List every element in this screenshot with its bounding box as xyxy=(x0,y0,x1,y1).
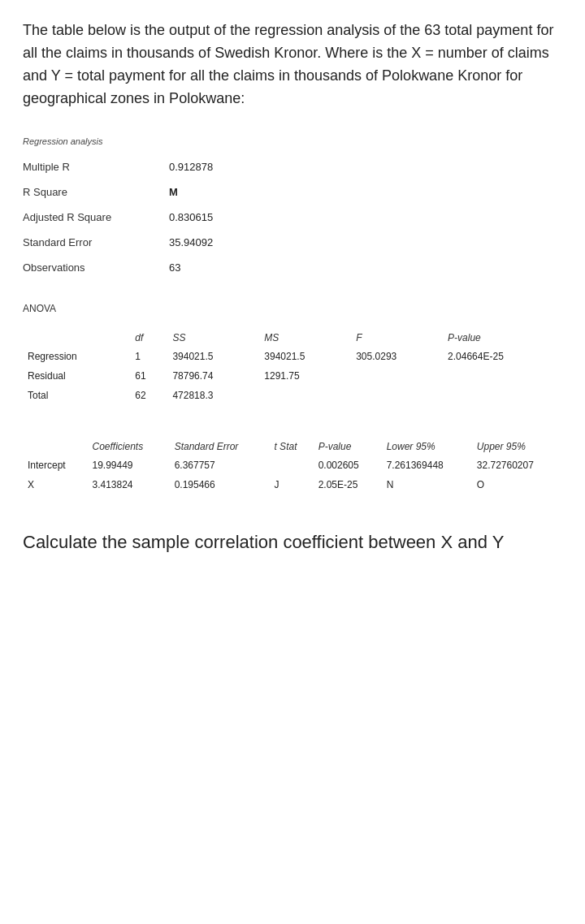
anova-col-pvalue: P-value xyxy=(443,329,562,347)
coeff-cell-intercept-lower95: 7.261369448 xyxy=(382,456,472,475)
coeff-cell-x-upper95: O xyxy=(472,475,562,494)
anova-table: df SS MS F P-value Regression 1 394021.5… xyxy=(23,329,562,405)
coeff-cell-x-tstat: J xyxy=(269,475,313,494)
coeff-col-tstat: t Stat xyxy=(269,438,313,456)
anova-cell-residual-f xyxy=(351,366,443,386)
stat-label-observations: Observations xyxy=(23,261,169,274)
stat-row-r-square: R Square M xyxy=(23,186,562,198)
anova-col-label xyxy=(23,329,130,347)
anova-cell-regression-f: 305.0293 xyxy=(351,347,443,366)
anova-cell-total-ms xyxy=(259,386,351,405)
stat-value-adj-r-square: 0.830615 xyxy=(169,211,213,223)
anova-cell-total-pvalue xyxy=(443,386,562,405)
anova-cell-residual-pvalue xyxy=(443,366,562,386)
stat-label-adj-r-square: Adjusted R Square xyxy=(23,211,169,223)
anova-cell-total-df: 62 xyxy=(130,386,167,405)
stat-label-multiple-r: Multiple R xyxy=(23,161,169,173)
anova-cell-residual-label: Residual xyxy=(23,366,130,386)
stat-row-multiple-r: Multiple R 0.912878 xyxy=(23,161,562,173)
anova-cell-total-f xyxy=(351,386,443,405)
stat-row-adj-r-square: Adjusted R Square 0.830615 xyxy=(23,211,562,223)
anova-row-residual: Residual 61 78796.74 1291.75 xyxy=(23,366,562,386)
anova-cell-regression-ss: 394021.5 xyxy=(167,347,259,366)
coeff-col-label xyxy=(23,438,87,456)
anova-header-row: df SS MS F P-value xyxy=(23,329,562,347)
coeff-cell-intercept-upper95: 32.72760207 xyxy=(472,456,562,475)
anova-col-ss: SS xyxy=(167,329,259,347)
stat-value-observations: 63 xyxy=(169,261,180,274)
coeff-cell-intercept-coeff: 19.99449 xyxy=(87,456,169,475)
anova-cell-total-ss: 472818.3 xyxy=(167,386,259,405)
coefficients-table: Coefficients Standard Error t Stat P-val… xyxy=(23,438,562,494)
coeff-cell-x-coeff: 3.413824 xyxy=(87,475,169,494)
coeff-col-lower95: Lower 95% xyxy=(382,438,472,456)
stat-value-multiple-r: 0.912878 xyxy=(169,161,213,173)
anova-col-f: F xyxy=(351,329,443,347)
anova-title: ANOVA xyxy=(23,303,562,314)
coeff-cell-x-stderr: 0.195466 xyxy=(170,475,270,494)
section-title: Regression analysis xyxy=(23,136,562,146)
anova-cell-regression-label: Regression xyxy=(23,347,130,366)
intro-paragraph: The table below is the output of the reg… xyxy=(23,19,562,110)
stat-value-std-error: 35.94092 xyxy=(169,236,213,248)
regression-analysis-section: Regression analysis Multiple R 0.912878 … xyxy=(23,136,562,274)
coeff-cell-x-label: X xyxy=(23,475,87,494)
anova-section: ANOVA df SS MS F P-value Regression 1 39… xyxy=(23,303,562,405)
stat-rows-container: Multiple R 0.912878 R Square M Adjusted … xyxy=(23,161,562,274)
anova-cell-regression-pvalue: 2.04664E-25 xyxy=(443,347,562,366)
anova-cell-residual-df: 61 xyxy=(130,366,167,386)
anova-cell-residual-ss: 78796.74 xyxy=(167,366,259,386)
coeff-cell-x-pvalue: 2.05E-25 xyxy=(314,475,382,494)
coeff-cell-intercept-stderr: 6.367757 xyxy=(170,456,270,475)
coeff-cell-x-lower95: N xyxy=(382,475,472,494)
anova-cell-residual-ms: 1291.75 xyxy=(259,366,351,386)
anova-cell-regression-ms: 394021.5 xyxy=(259,347,351,366)
coefficients-header-row: Coefficients Standard Error t Stat P-val… xyxy=(23,438,562,456)
coeff-col-stderr: Standard Error xyxy=(170,438,270,456)
stat-value-r-square: M xyxy=(169,186,178,198)
anova-row-regression: Regression 1 394021.5 394021.5 305.0293 … xyxy=(23,347,562,366)
anova-row-total: Total 62 472818.3 xyxy=(23,386,562,405)
coeff-row-x: X 3.413824 0.195466 J 2.05E-25 N O xyxy=(23,475,562,494)
anova-cell-regression-df: 1 xyxy=(130,347,167,366)
stat-row-observations: Observations 63 xyxy=(23,261,562,274)
stat-label-r-square: R Square xyxy=(23,186,169,198)
stat-label-std-error: Standard Error xyxy=(23,236,169,248)
coeff-col-upper95: Upper 95% xyxy=(472,438,562,456)
coefficients-section: Coefficients Standard Error t Stat P-val… xyxy=(23,438,562,494)
coeff-cell-intercept-pvalue: 0.002605 xyxy=(314,456,382,475)
coeff-cell-intercept-label: Intercept xyxy=(23,456,87,475)
coeff-row-intercept: Intercept 19.99449 6.367757 0.002605 7.2… xyxy=(23,456,562,475)
bottom-text: Calculate the sample correlation coeffic… xyxy=(23,530,562,555)
anova-col-ms: MS xyxy=(259,329,351,347)
coeff-cell-intercept-tstat xyxy=(269,456,313,475)
anova-cell-total-label: Total xyxy=(23,386,130,405)
coeff-col-coefficients: Coefficients xyxy=(87,438,169,456)
coeff-col-pvalue: P-value xyxy=(314,438,382,456)
anova-col-df: df xyxy=(130,329,167,347)
stat-row-std-error: Standard Error 35.94092 xyxy=(23,236,562,248)
